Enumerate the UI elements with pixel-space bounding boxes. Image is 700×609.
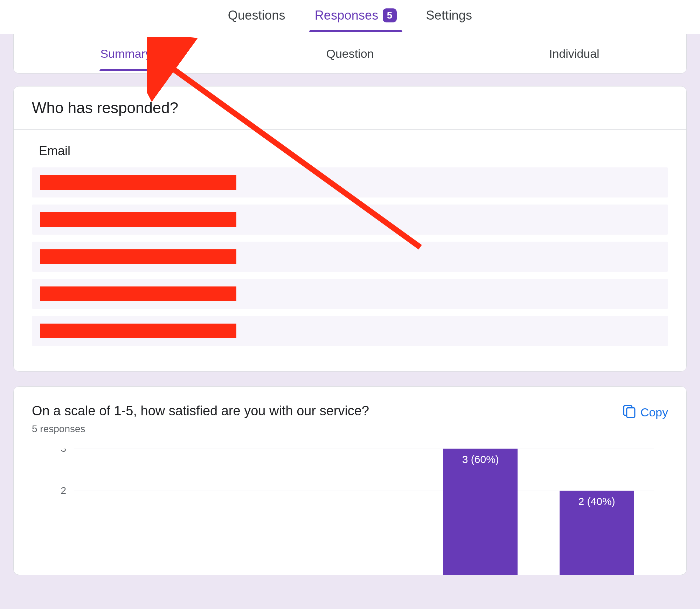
tab-settings-label: Settings [426,8,472,23]
email-row[interactable] [32,279,668,309]
redacted-email [40,212,236,227]
tab-settings[interactable]: Settings [418,2,480,32]
email-column-header: Email [32,144,668,158]
copy-button-label: Copy [640,406,668,419]
redacted-email [40,249,236,264]
redacted-email [40,286,236,301]
respondents-card-title: Who has responded? [14,86,686,130]
copy-chart-button[interactable]: Copy [622,403,668,421]
subtab-individual-label: Individual [549,47,599,60]
subtab-summary-label: Summary [100,47,151,60]
subtab-question-label: Question [326,47,374,60]
chart-y-axis: 32 [32,449,74,575]
y-tick-label: 2 [61,485,66,496]
chart-question-title: On a scale of 1-5, how satisfied are you… [32,403,369,418]
tab-questions-label: Questions [228,8,285,23]
y-tick-label: 3 [61,449,66,454]
chart-response-count: 5 responses [32,423,369,435]
subtab-summary[interactable]: Summary [14,36,238,71]
redacted-email [40,175,236,190]
email-row[interactable] [32,167,668,198]
responses-count-badge: 5 [383,8,397,22]
subtab-individual[interactable]: Individual [462,36,686,71]
chart-bar[interactable]: 2 (40%) [560,491,634,575]
chart-plot-area: 3 (60%)2 (40%) [74,449,654,575]
responses-subtab-bar: Summary Question Individual [13,34,687,74]
email-list [32,167,668,346]
respondents-card: Who has responded? Email [13,86,687,372]
subtab-question[interactable]: Question [238,36,462,71]
tab-responses-label: Responses [315,8,379,23]
redacted-email [40,324,236,338]
tab-questions[interactable]: Questions [220,2,293,32]
chart-bar-label: 2 (40%) [560,496,634,507]
copy-icon [622,403,636,421]
chart-region: 32 3 (60%)2 (40%) [32,449,668,575]
content-area: Summary Question Individual Who has resp… [0,34,700,609]
chart-bar[interactable]: 3 (60%) [443,449,518,575]
email-row[interactable] [32,316,668,346]
tab-responses[interactable]: Responses 5 [307,2,404,32]
svg-rect-1 [626,408,635,417]
primary-tab-bar: Questions Responses 5 Settings [0,0,700,34]
email-row[interactable] [32,205,668,235]
grid-line [74,449,654,449]
chart-bar-label: 3 (60%) [443,454,518,465]
email-row[interactable] [32,242,668,272]
satisfaction-chart-card: On a scale of 1-5, how satisfied are you… [13,386,687,575]
